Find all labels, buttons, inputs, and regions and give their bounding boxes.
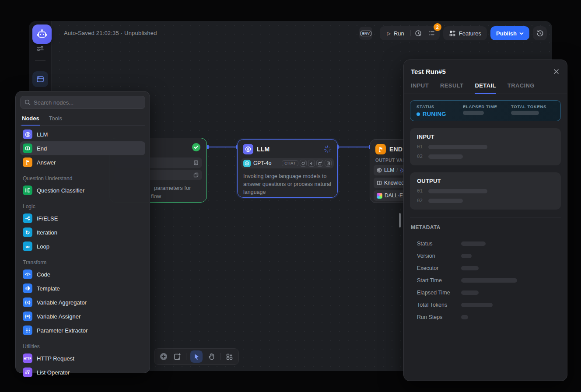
section-question-understand: Question Understand — [20, 172, 145, 183]
run-button[interactable]: ▷ Run — [382, 26, 409, 40]
end-node-icon — [375, 144, 386, 154]
cursor-icon — [193, 354, 200, 360]
node-item-parameter-extractor[interactable]: Parameter Extractor — [20, 323, 145, 337]
autosave-status: Auto-Saved 21:02:35 · Unpublished — [64, 30, 157, 36]
template-icon — [23, 284, 32, 293]
llm-node-description: Invoking large language models to answer… — [238, 168, 337, 200]
audio-capability-icon — [308, 160, 315, 167]
node-search-panel: Nodes Tools LLM End Answer — [15, 91, 150, 373]
answer-icon — [23, 158, 32, 167]
edge-start-to-llm[interactable] — [208, 147, 237, 147]
search-icon — [24, 99, 31, 105]
node-item-end[interactable]: End — [20, 141, 145, 155]
tab-result[interactable]: RESULT — [440, 82, 463, 94]
features-icon — [449, 30, 456, 37]
input-skeleton — [428, 154, 463, 159]
canvas-scrollbar-handle[interactable] — [399, 213, 401, 228]
node-item-label: Parameter Extractor — [37, 327, 88, 334]
vision-capability-icon — [300, 160, 307, 167]
play-icon: ▷ — [387, 31, 390, 36]
metadata-skeleton — [461, 278, 517, 283]
metadata-skeleton — [461, 242, 486, 246]
metadata-row-start-time: Start Time — [410, 274, 561, 287]
node-search-box[interactable] — [20, 96, 145, 109]
node-item-variable-aggregator[interactable]: {x} Variable Aggregator — [20, 295, 145, 309]
model-capability-badges: CHAT — [282, 160, 332, 167]
checklist-icon — [428, 30, 435, 37]
node-item-http-request[interactable]: HTTP HTTP Request — [20, 351, 145, 365]
metadata-skeleton — [461, 290, 479, 295]
close-icon[interactable] — [553, 68, 560, 75]
input-row-2: 02 — [417, 154, 554, 159]
start-node-description-line2: flow — [151, 192, 161, 200]
line-number: 01 — [417, 144, 423, 150]
tab-input[interactable]: INPUT — [411, 82, 429, 94]
node-panel-tabs: Nodes Tools — [20, 112, 145, 126]
publish-button[interactable]: Publish — [490, 26, 529, 40]
question-classifier-icon — [23, 186, 32, 195]
node-item-template[interactable]: Template — [20, 281, 145, 295]
metadata-row-elapsed-time: Elapsed Time — [410, 287, 561, 299]
metadata-row-executor: Executor — [410, 262, 561, 274]
tab-nodes[interactable]: Nodes — [21, 112, 40, 126]
tab-tracing[interactable]: TRACING — [508, 82, 535, 94]
node-item-label: Answer — [37, 159, 56, 166]
tab-detail[interactable]: DETAIL — [475, 82, 496, 94]
test-run-body: STATUS RUNING ELAPSED TIME TOTAL TOKENS … — [404, 94, 567, 329]
run-button-label: Run — [394, 30, 404, 37]
hand-mode-button[interactable] — [206, 352, 216, 361]
run-history-button[interactable] — [412, 26, 425, 40]
line-number: 02 — [417, 154, 423, 159]
status-value: RUNING — [423, 111, 446, 117]
output-card: OUTPUT 01 02 — [410, 172, 561, 210]
version-history-button[interactable] — [533, 26, 547, 40]
llm-node[interactable]: LLM GPT-4o CHA — [237, 139, 338, 198]
end-row-separator: / — [396, 167, 398, 173]
workflow-settings-button[interactable] — [35, 44, 45, 53]
search-input[interactable] — [34, 99, 141, 106]
node-item-list-operator[interactable]: List Operator — [20, 365, 145, 379]
topbar-actions: ENV ▷ Run — [359, 26, 547, 40]
if-else-icon — [23, 214, 32, 223]
output-card-title: OUTPUT — [417, 178, 554, 184]
input-card-title: INPUT — [417, 133, 554, 140]
pointer-mode-button[interactable] — [190, 350, 203, 363]
input-card: INPUT 01 02 — [410, 128, 561, 165]
preview-panel-button[interactable] — [32, 71, 48, 87]
llm-icon — [23, 130, 32, 139]
node-item-label: Template — [37, 285, 60, 292]
node-item-iteration[interactable]: ↻ Iteration — [20, 225, 145, 239]
brain-circle-icon — [377, 168, 382, 173]
gauge-icon — [415, 30, 422, 37]
node-item-question-classifier[interactable]: Question Classifier — [20, 183, 145, 197]
elapsed-time-label: ELAPSED TIME — [463, 104, 511, 109]
node-item-llm[interactable]: LLM — [20, 127, 145, 141]
test-run-tabs: INPUT RESULT DETAIL TRACING — [404, 82, 567, 94]
end-row-label: Knowled — [384, 180, 404, 186]
section-logic: Logic — [20, 200, 145, 211]
section-utilities: Utilities — [20, 340, 145, 351]
node-item-answer[interactable]: Answer — [20, 155, 145, 169]
rail-divider — [35, 60, 46, 61]
edge-llm-to-end[interactable] — [338, 147, 370, 147]
node-item-if-else[interactable]: IF/ELSE — [20, 211, 145, 225]
llm-model-selector[interactable]: GPT-4o CHAT — [241, 158, 334, 168]
end-node-title: END — [389, 146, 402, 153]
node-item-code[interactable]: </> Code — [20, 267, 145, 281]
add-node-button[interactable] — [159, 352, 168, 361]
features-button-label: Features — [459, 30, 481, 37]
llm-node-title: LLM — [257, 146, 270, 153]
output-skeleton — [428, 189, 487, 193]
env-button[interactable]: ENV — [359, 27, 372, 40]
node-item-loop[interactable]: ∞ Loop — [20, 239, 145, 253]
start-node-description-line1: parameters for — [154, 184, 191, 192]
node-item-variable-assigner[interactable]: {=} Variable Assigner — [20, 309, 145, 323]
llm-node-header: LLM — [238, 140, 337, 158]
add-note-button[interactable] — [172, 352, 182, 361]
openai-icon — [243, 160, 251, 167]
features-button[interactable]: Features — [443, 26, 487, 40]
output-skeleton — [428, 199, 463, 203]
tab-tools[interactable]: Tools — [49, 112, 63, 125]
organize-nodes-button[interactable] — [224, 352, 234, 361]
app-logo-button[interactable] — [32, 24, 52, 44]
